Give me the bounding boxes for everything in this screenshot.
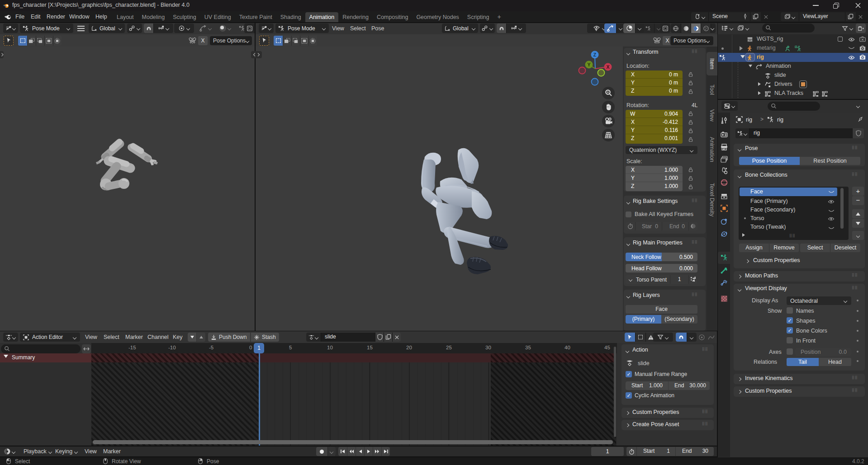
svg-text:Z: Z — [593, 52, 597, 57]
svg-text:Y: Y — [587, 62, 590, 67]
svg-text:X: X — [606, 64, 609, 70]
